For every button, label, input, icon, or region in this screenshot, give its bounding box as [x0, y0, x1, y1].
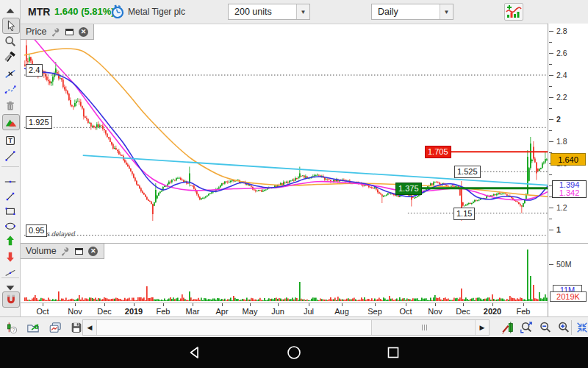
- level-label-1.375[interactable]: 1.375: [395, 183, 422, 195]
- scroll-right-icon[interactable]: ▶: [475, 320, 489, 335]
- window-icon[interactable]: [74, 247, 85, 256]
- chart-windows-icon[interactable]: [47, 319, 63, 336]
- price-tick: [549, 219, 552, 219]
- price-tick-label: 2.4: [556, 71, 567, 79]
- time-tick-label: Nov: [428, 307, 442, 316]
- time-tick: [342, 303, 343, 306]
- arrow-up-icon[interactable]: [2, 233, 18, 248]
- level-label-1.705[interactable]: 1.705: [425, 146, 451, 158]
- time-tick: [375, 303, 376, 306]
- candle-help-icon[interactable]: ?: [3, 319, 19, 336]
- price-tick: [549, 31, 553, 32]
- time-tick: [193, 303, 193, 306]
- time-tick: [523, 303, 524, 306]
- add-indicator-button[interactable]: [504, 3, 523, 21]
- company-name-label: Metal Tiger plc: [128, 7, 185, 17]
- time-tick: [75, 303, 76, 306]
- tools-icon[interactable]: [2, 50, 18, 65]
- time-tick-label: Feb: [157, 307, 171, 316]
- wrench-icon[interactable]: [50, 27, 60, 37]
- price-tick-label: 2.2: [556, 93, 567, 102]
- price-tick: [549, 75, 553, 76]
- volume-panel-header: Volume ✕: [21, 244, 104, 259]
- wrench-icon[interactable]: [60, 247, 71, 256]
- panel-divider[interactable]: [21, 243, 588, 244]
- hline-icon[interactable]: [2, 174, 18, 189]
- price-tick: [549, 42, 552, 43]
- price-tick-label: 1.8: [556, 137, 567, 146]
- time-tick-label: Feb: [517, 307, 531, 316]
- time-tick-label: Apr: [215, 307, 228, 316]
- scrollbar-thumb[interactable]: [371, 320, 476, 335]
- level-label-0.95[interactable]: 0.95: [26, 224, 47, 237]
- time-tick-label: Sep: [368, 307, 382, 316]
- time-tick: [406, 303, 406, 306]
- level-label-1.525[interactable]: 1.525: [454, 166, 481, 178]
- level-label-1.925[interactable]: 1.925: [26, 116, 52, 129]
- volume-tick-label: 50M: [556, 260, 571, 269]
- zoom-extents-icon[interactable]: [518, 319, 534, 336]
- time-tick-label: May: [243, 307, 258, 316]
- polyline-icon[interactable]: [2, 82, 18, 97]
- zoom-out-icon[interactable]: [537, 319, 553, 336]
- price-axis[interactable]: 2.82.62.42.221.81.61.41.2150M: [548, 24, 588, 316]
- scroll-up-icon[interactable]: [2, 4, 18, 18]
- angle-icon[interactable]: [2, 265, 18, 280]
- units-select-value: 200 units: [229, 7, 296, 17]
- trendline-icon[interactable]: [2, 149, 18, 163]
- symbol-label: MTR: [28, 6, 50, 18]
- level-label-2.4[interactable]: 2.4: [26, 64, 43, 77]
- timeframe-select-value: Daily: [372, 7, 440, 17]
- fit-screen-icon[interactable]: [574, 319, 588, 336]
- magnifier-icon[interactable]: [2, 34, 18, 49]
- time-tick-label: Nov: [68, 307, 82, 316]
- time-tick: [104, 303, 105, 306]
- window-icon[interactable]: [64, 27, 74, 37]
- price-tick: [549, 230, 553, 230]
- svg-text:T: T: [8, 137, 12, 144]
- chevron-down-icon[interactable]: ▼: [296, 4, 309, 19]
- svg-text:?: ?: [12, 327, 15, 333]
- time-tick: [278, 303, 279, 306]
- text-icon[interactable]: T: [2, 133, 18, 148]
- rect-icon[interactable]: [2, 204, 18, 219]
- line-cross-icon[interactable]: [2, 66, 18, 81]
- price-tick-label: 2.8: [556, 26, 567, 35]
- home-icon[interactable]: [286, 344, 302, 361]
- time-tick: [435, 303, 436, 306]
- indicator-icon[interactable]: [2, 114, 20, 130]
- scroll-left-icon[interactable]: ◀: [83, 320, 97, 335]
- chart-scrollbar[interactable]: ◀ ▶: [82, 319, 490, 336]
- timeframe-select[interactable]: Daily ▼: [371, 4, 453, 20]
- save-icon[interactable]: [68, 319, 85, 336]
- close-icon[interactable]: ✕: [88, 247, 98, 256]
- time-tick-label: Jul: [304, 307, 314, 316]
- recents-icon[interactable]: [385, 344, 401, 361]
- back-icon[interactable]: [187, 344, 203, 361]
- price-tick: [549, 97, 553, 98]
- segment-icon[interactable]: [2, 189, 18, 204]
- volume-tick: [549, 264, 553, 265]
- price-tick-label: 1.2: [556, 203, 567, 212]
- units-select[interactable]: 200 units ▼: [228, 4, 310, 20]
- axis-divider: [21, 302, 548, 303]
- time-tick: [222, 303, 223, 306]
- candle-edit-icon[interactable]: [500, 319, 516, 336]
- pointer-icon[interactable]: [2, 18, 20, 34]
- time-tick-label: Aug: [334, 307, 349, 316]
- price-panel-header: Price ✕: [21, 24, 94, 40]
- open-chart-icon[interactable]: [25, 319, 41, 336]
- chevron-down-icon[interactable]: ▼: [440, 4, 453, 19]
- time-tick-label: Mar: [186, 307, 200, 316]
- level-label-1.15[interactable]: 1.15: [453, 208, 475, 220]
- time-axis[interactable]: OctNovDec2019FebMarAprMayJunJulAugSepOct…: [21, 303, 548, 316]
- close-icon[interactable]: ✕: [78, 27, 88, 37]
- ellipse-icon[interactable]: [2, 219, 18, 233]
- price-tick: [549, 208, 553, 208]
- arrow-down-icon[interactable]: [2, 250, 18, 264]
- time-tick-label: Jun: [271, 307, 284, 316]
- magnet-icon[interactable]: [2, 291, 20, 308]
- price-tick: [549, 141, 553, 142]
- trash-icon[interactable]: [2, 99, 18, 113]
- zoom-in-icon[interactable]: [556, 319, 572, 336]
